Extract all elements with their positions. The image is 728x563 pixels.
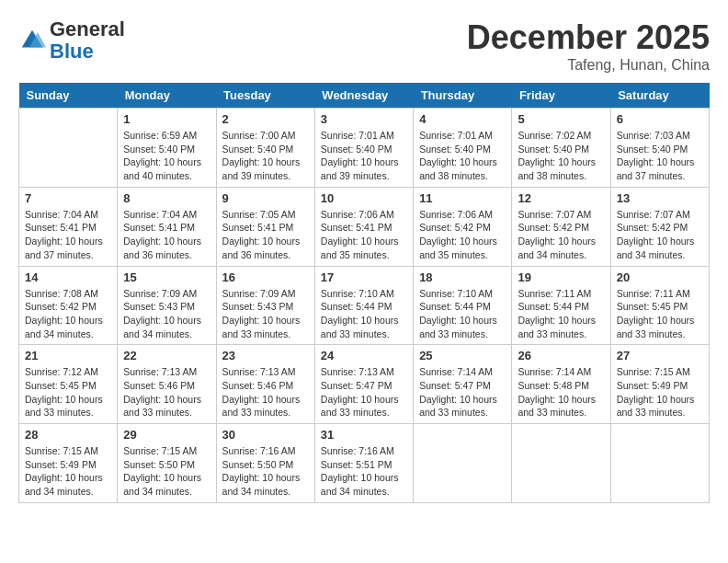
day-info: Sunrise: 7:06 AM Sunset: 5:42 PM Dayligh… [419, 208, 506, 262]
calendar-cell: 29Sunrise: 7:15 AM Sunset: 5:50 PM Dayli… [118, 424, 216, 503]
month-title: December 2025 [467, 18, 710, 57]
weekday-header-wednesday: Wednesday [314, 83, 413, 109]
day-info: Sunrise: 7:15 AM Sunset: 5:49 PM Dayligh… [25, 444, 111, 499]
day-number: 12 [518, 191, 604, 205]
day-number: 5 [518, 112, 604, 126]
location: Tafeng, Hunan, China [467, 57, 710, 74]
day-info: Sunrise: 7:07 AM Sunset: 5:42 PM Dayligh… [617, 208, 703, 262]
day-number: 15 [123, 270, 210, 284]
logo-icon [18, 27, 46, 54]
calendar-cell: 9Sunrise: 7:05 AM Sunset: 5:41 PM Daylig… [216, 187, 314, 266]
day-info: Sunrise: 7:14 AM Sunset: 5:47 PM Dayligh… [419, 365, 506, 419]
calendar-cell: 3Sunrise: 7:01 AM Sunset: 5:40 PM Daylig… [314, 109, 413, 188]
page-header: General Blue December 2025 Tafeng, Hunan… [18, 18, 710, 74]
day-number: 20 [617, 270, 703, 284]
calendar-cell: 28Sunrise: 7:15 AM Sunset: 5:49 PM Dayli… [19, 424, 118, 503]
calendar-cell: 8Sunrise: 7:04 AM Sunset: 5:41 PM Daylig… [118, 187, 216, 266]
logo: General Blue [18, 18, 125, 63]
day-number: 26 [518, 349, 604, 362]
day-info: Sunrise: 7:16 AM Sunset: 5:51 PM Dayligh… [321, 444, 407, 499]
weekday-header-row: SundayMondayTuesdayWednesdayThursdayFrid… [19, 83, 710, 109]
calendar-cell: 13Sunrise: 7:07 AM Sunset: 5:42 PM Dayli… [610, 187, 709, 266]
weekday-header-friday: Friday [512, 83, 610, 109]
day-info: Sunrise: 7:13 AM Sunset: 5:47 PM Dayligh… [321, 365, 407, 419]
calendar-cell [414, 424, 512, 503]
day-info: Sunrise: 7:07 AM Sunset: 5:42 PM Dayligh… [518, 208, 604, 262]
day-number: 3 [321, 112, 407, 126]
weekday-header-monday: Monday [118, 83, 216, 109]
calendar-cell: 7Sunrise: 7:04 AM Sunset: 5:41 PM Daylig… [19, 187, 118, 266]
day-number: 25 [419, 349, 506, 362]
logo-blue: Blue [50, 40, 94, 63]
calendar-week-4: 21Sunrise: 7:12 AM Sunset: 5:45 PM Dayli… [19, 345, 710, 424]
calendar-cell: 12Sunrise: 7:07 AM Sunset: 5:42 PM Dayli… [512, 187, 610, 266]
calendar-cell [512, 424, 610, 503]
calendar-cell: 20Sunrise: 7:11 AM Sunset: 5:45 PM Dayli… [610, 266, 709, 345]
calendar-cell: 2Sunrise: 7:00 AM Sunset: 5:40 PM Daylig… [216, 109, 314, 188]
calendar-week-1: 1Sunrise: 6:59 AM Sunset: 5:40 PM Daylig… [19, 109, 710, 188]
day-number: 11 [419, 191, 506, 205]
weekday-header-tuesday: Tuesday [216, 83, 314, 109]
day-number: 19 [518, 270, 604, 284]
day-info: Sunrise: 7:03 AM Sunset: 5:40 PM Dayligh… [617, 129, 703, 183]
weekday-header-saturday: Saturday [610, 83, 709, 109]
calendar-cell: 19Sunrise: 7:11 AM Sunset: 5:44 PM Dayli… [512, 266, 610, 345]
day-number: 29 [123, 428, 210, 442]
day-info: Sunrise: 7:16 AM Sunset: 5:50 PM Dayligh… [222, 444, 309, 499]
calendar-cell: 14Sunrise: 7:08 AM Sunset: 5:42 PM Dayli… [19, 266, 118, 345]
day-number: 22 [123, 349, 210, 362]
calendar-cell: 17Sunrise: 7:10 AM Sunset: 5:44 PM Dayli… [314, 266, 413, 345]
calendar-cell: 11Sunrise: 7:06 AM Sunset: 5:42 PM Dayli… [414, 187, 512, 266]
day-number: 24 [321, 349, 407, 362]
weekday-header-thursday: Thursday [414, 83, 512, 109]
day-info: Sunrise: 7:12 AM Sunset: 5:45 PM Dayligh… [25, 365, 111, 419]
calendar-cell: 24Sunrise: 7:13 AM Sunset: 5:47 PM Dayli… [314, 345, 413, 424]
day-number: 16 [222, 270, 309, 284]
calendar-cell [610, 424, 709, 503]
calendar-cell: 25Sunrise: 7:14 AM Sunset: 5:47 PM Dayli… [414, 345, 512, 424]
day-number: 27 [617, 349, 703, 362]
day-number: 31 [321, 428, 407, 442]
day-info: Sunrise: 7:13 AM Sunset: 5:46 PM Dayligh… [222, 365, 309, 419]
day-info: Sunrise: 7:14 AM Sunset: 5:48 PM Dayligh… [518, 365, 604, 419]
calendar-week-2: 7Sunrise: 7:04 AM Sunset: 5:41 PM Daylig… [19, 187, 710, 266]
day-number: 30 [222, 428, 309, 442]
calendar-cell: 6Sunrise: 7:03 AM Sunset: 5:40 PM Daylig… [610, 109, 709, 188]
calendar-cell: 27Sunrise: 7:15 AM Sunset: 5:49 PM Dayli… [610, 345, 709, 424]
day-info: Sunrise: 7:04 AM Sunset: 5:41 PM Dayligh… [123, 208, 210, 262]
day-info: Sunrise: 7:10 AM Sunset: 5:44 PM Dayligh… [419, 287, 506, 341]
title-block: December 2025 Tafeng, Hunan, China [467, 18, 710, 74]
logo-text: General Blue [50, 18, 125, 63]
day-info: Sunrise: 7:08 AM Sunset: 5:42 PM Dayligh… [25, 287, 111, 341]
day-number: 4 [419, 112, 506, 126]
calendar-week-5: 28Sunrise: 7:15 AM Sunset: 5:49 PM Dayli… [19, 424, 710, 503]
calendar-cell: 31Sunrise: 7:16 AM Sunset: 5:51 PM Dayli… [314, 424, 413, 503]
day-info: Sunrise: 7:02 AM Sunset: 5:40 PM Dayligh… [518, 129, 604, 183]
day-info: Sunrise: 7:11 AM Sunset: 5:45 PM Dayligh… [617, 287, 703, 341]
day-number: 7 [25, 191, 111, 205]
calendar-cell [19, 109, 118, 188]
calendar-cell: 5Sunrise: 7:02 AM Sunset: 5:40 PM Daylig… [512, 109, 610, 188]
day-number: 13 [617, 191, 703, 205]
day-info: Sunrise: 7:13 AM Sunset: 5:46 PM Dayligh… [123, 365, 210, 419]
calendar-cell: 30Sunrise: 7:16 AM Sunset: 5:50 PM Dayli… [216, 424, 314, 503]
day-info: Sunrise: 7:15 AM Sunset: 5:50 PM Dayligh… [123, 444, 210, 499]
day-number: 2 [222, 112, 309, 126]
day-number: 1 [123, 112, 210, 126]
calendar-cell: 23Sunrise: 7:13 AM Sunset: 5:46 PM Dayli… [216, 345, 314, 424]
calendar-cell: 18Sunrise: 7:10 AM Sunset: 5:44 PM Dayli… [414, 266, 512, 345]
day-number: 6 [617, 112, 703, 126]
day-number: 14 [25, 270, 111, 284]
day-info: Sunrise: 7:09 AM Sunset: 5:43 PM Dayligh… [222, 287, 309, 341]
day-number: 21 [25, 349, 111, 362]
calendar-cell: 4Sunrise: 7:01 AM Sunset: 5:40 PM Daylig… [414, 109, 512, 188]
day-info: Sunrise: 7:04 AM Sunset: 5:41 PM Dayligh… [25, 208, 111, 262]
calendar-cell: 21Sunrise: 7:12 AM Sunset: 5:45 PM Dayli… [19, 345, 118, 424]
logo-general: General [50, 17, 125, 40]
calendar-table: SundayMondayTuesdayWednesdayThursdayFrid… [18, 83, 710, 503]
day-number: 17 [321, 270, 407, 284]
day-info: Sunrise: 7:09 AM Sunset: 5:43 PM Dayligh… [123, 287, 210, 341]
day-number: 8 [123, 191, 210, 205]
day-info: Sunrise: 7:01 AM Sunset: 5:40 PM Dayligh… [419, 129, 506, 183]
day-number: 18 [419, 270, 506, 284]
